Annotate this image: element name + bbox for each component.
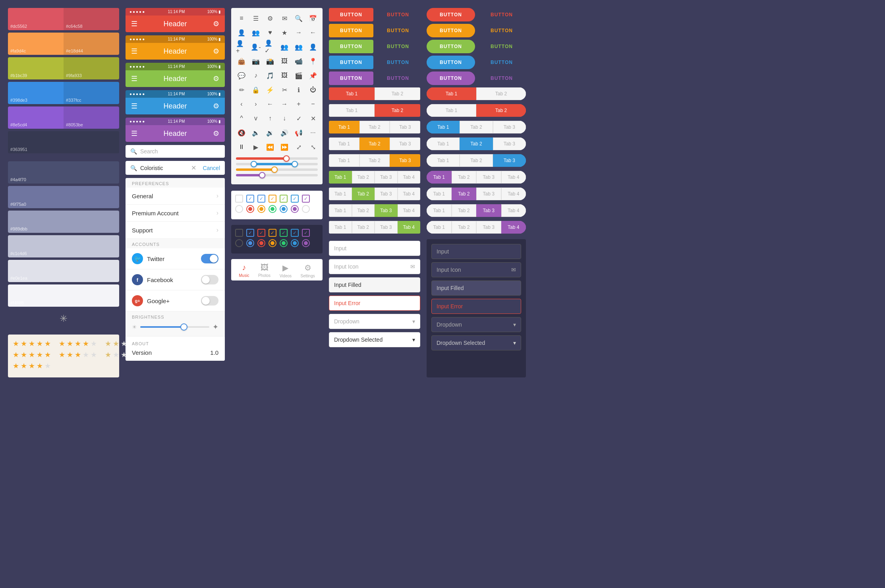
btn-olive-outline[interactable]: BUTTON — [376, 40, 420, 53]
tab-3-rounded-blue-3[interactable]: Tab 3 — [493, 154, 526, 167]
radio-dark-empty[interactable] — [235, 239, 243, 247]
tab-2-rounded-blue-3[interactable]: Tab 2 — [460, 154, 493, 167]
settings-icon[interactable]: ⚙ — [213, 129, 219, 138]
tab-3-rounded-purple-3[interactable]: Tab 3 — [476, 204, 501, 217]
tab-3-rounded-blue[interactable]: Tab 3 — [493, 121, 526, 133]
tab-1-inactive-red[interactable]: Tab 1 — [329, 104, 375, 117]
btn-blue-filled[interactable]: BUTTON — [329, 56, 373, 69]
btn-purple-filled-rounded[interactable]: BUTTON — [427, 72, 475, 85]
tab-1-rounded-red-2[interactable]: Tab 1 — [427, 104, 476, 117]
dropdown-light[interactable]: Dropdown ▾ — [329, 314, 420, 329]
checkbox-dark-red[interactable]: ✓ — [257, 229, 265, 237]
tab-3-active-olive-3[interactable]: Tab 3 — [375, 204, 398, 217]
radio-blue[interactable] — [280, 205, 288, 213]
settings-icon[interactable]: ⚙ — [213, 47, 219, 56]
btn-olive-filled-rounded[interactable]: BUTTON — [427, 40, 475, 53]
radio-empty-2[interactable] — [302, 205, 310, 213]
btn-orange-outline-rounded[interactable]: BUTTON — [477, 24, 526, 37]
nav-item-music[interactable]: ♪ Music — [239, 263, 249, 278]
tab-1-rounded-red[interactable]: Tab 1 — [427, 87, 476, 100]
tab-4-inactive-olive-2[interactable]: Tab 4 — [398, 188, 421, 200]
tab-2-rounded-red[interactable]: Tab 2 — [476, 87, 526, 100]
checkbox-checked[interactable]: ✓ — [246, 195, 254, 203]
cancel-button[interactable]: Cancel — [203, 165, 220, 171]
btn-blue-filled-rounded[interactable]: BUTTON — [427, 56, 475, 69]
tab-3-inactive-orange-2[interactable]: Tab 3 — [390, 137, 420, 150]
dropdown-light-selected[interactable]: Dropdown Selected ▾ — [329, 332, 420, 347]
btn-purple-outline-rounded[interactable]: BUTTON — [477, 72, 526, 85]
radio-empty[interactable] — [235, 205, 243, 213]
input-light-error[interactable]: Input Error — [329, 296, 420, 311]
tab-1-inactive-olive-3[interactable]: Tab 1 — [329, 204, 352, 217]
tab-3-rounded-purple[interactable]: Tab 3 — [476, 171, 501, 184]
radio-dark-orange[interactable] — [269, 239, 276, 247]
tab-1-inactive-orange-2[interactable]: Tab 1 — [329, 137, 359, 150]
tab-2-rounded-blue[interactable]: Tab 2 — [460, 121, 493, 133]
slider-thumb[interactable] — [180, 323, 187, 331]
tab-1-rounded-blue-2[interactable]: Tab 1 — [427, 137, 460, 150]
tab-2-inactive-red[interactable]: Tab 2 — [375, 87, 420, 100]
btn-blue-outline-rounded[interactable]: BUTTON — [477, 56, 526, 69]
menu-icon[interactable]: ☰ — [131, 47, 137, 56]
radio-dark-green[interactable] — [280, 239, 288, 247]
checkbox-checked-4[interactable]: ✓ — [280, 195, 288, 203]
tab-1-rounded-purple-4[interactable]: Tab 1 — [427, 221, 452, 234]
checkbox-checked-5[interactable]: ✓ — [291, 195, 299, 203]
tab-1-rounded-purple-2[interactable]: Tab 1 — [427, 188, 452, 200]
slider-thumb-orange[interactable] — [271, 166, 278, 173]
dark-dropdown[interactable]: Dropdown ▾ — [431, 317, 521, 332]
tab-1-rounded-blue-3[interactable]: Tab 1 — [427, 154, 460, 167]
btn-blue-outline[interactable]: BUTTON — [376, 56, 420, 69]
checkbox-dark-green[interactable]: ✓ — [280, 229, 288, 237]
radio-purple[interactable] — [291, 205, 299, 213]
btn-red-filled-rounded[interactable]: BUTTON — [427, 8, 475, 21]
brightness-slider[interactable]: ☀ ✦ — [132, 323, 218, 331]
tab-2-active-orange-2[interactable]: Tab 2 — [359, 137, 390, 150]
search-bar-active[interactable]: 🔍 Coloristic ✕ Cancel — [126, 161, 225, 175]
tab-2-inactive-olive-4[interactable]: Tab 2 — [352, 221, 375, 234]
nav-item-settings[interactable]: ⚙ Settings — [301, 263, 315, 278]
tab-2-inactive-orange-3[interactable]: Tab 2 — [359, 154, 390, 167]
tab-1-active-orange[interactable]: Tab 1 — [329, 121, 359, 133]
checkbox-dark-checked[interactable]: ✓ — [246, 229, 254, 237]
tab-2-inactive-olive[interactable]: Tab 2 — [352, 171, 375, 184]
input-light-plain[interactable]: Input — [329, 241, 420, 256]
btn-red-outline[interactable]: BUTTON — [376, 8, 420, 21]
btn-red-outline-rounded[interactable]: BUTTON — [477, 8, 526, 21]
btn-red-filled[interactable]: BUTTON — [329, 8, 373, 21]
tab-1-inactive-olive-2[interactable]: Tab 1 — [329, 188, 352, 200]
radio-dark-blue2[interactable] — [291, 239, 299, 247]
slider-thumb-left[interactable] — [251, 161, 257, 167]
checkbox-dark-empty[interactable] — [235, 229, 243, 237]
btn-orange-filled-rounded[interactable]: BUTTON — [427, 24, 475, 37]
tab-2-rounded-purple-3[interactable]: Tab 2 — [452, 204, 477, 217]
checkbox-checked-6[interactable]: ✓ — [302, 195, 310, 203]
tab-2-inactive-orange[interactable]: Tab 2 — [359, 121, 390, 133]
tab-4-rounded-purple-3[interactable]: Tab 4 — [501, 204, 526, 217]
menu-icon[interactable]: ☰ — [131, 102, 137, 110]
tab-4-inactive-olive-3[interactable]: Tab 4 — [398, 204, 421, 217]
dark-input-error[interactable]: Input Error — [431, 299, 521, 314]
tab-4-rounded-purple-4[interactable]: Tab 4 — [501, 221, 526, 234]
tab-2-rounded-red-2[interactable]: Tab 2 — [476, 104, 526, 117]
tab-3-inactive-olive-2[interactable]: Tab 3 — [375, 188, 398, 200]
checkbox-dark-purple[interactable]: ✓ — [302, 229, 310, 237]
btn-orange-outline[interactable]: BUTTON — [376, 24, 420, 37]
nav-item-videos[interactable]: ▶ Videos — [280, 263, 292, 278]
tab-3-inactive-olive-4[interactable]: Tab 3 — [375, 221, 398, 234]
facebook-toggle[interactable] — [201, 275, 218, 284]
radio-green[interactable] — [269, 205, 276, 213]
clear-icon[interactable]: ✕ — [191, 164, 196, 172]
dark-input-icon[interactable]: Input Icon ✉ — [431, 262, 521, 277]
input-light-filled[interactable]: Input Filled — [329, 277, 420, 292]
tab-3-active-orange-3[interactable]: Tab 3 — [390, 154, 420, 167]
nav-item-photos[interactable]: 🖼 Photos — [258, 263, 271, 278]
tab-2-active-olive-2[interactable]: Tab 2 — [352, 188, 375, 200]
btn-olive-outline-rounded[interactable]: BUTTON — [477, 40, 526, 53]
dark-dropdown-selected[interactable]: Dropdown Selected ▾ — [431, 335, 521, 350]
menu-icon[interactable]: ☰ — [131, 129, 137, 138]
tab-1-rounded-purple-3[interactable]: Tab 1 — [427, 204, 452, 217]
tab-3-rounded-purple-2[interactable]: Tab 3 — [476, 188, 501, 200]
settings-item-support[interactable]: Support › — [126, 222, 225, 239]
tab-3-rounded-blue-2[interactable]: Tab 3 — [493, 137, 526, 150]
